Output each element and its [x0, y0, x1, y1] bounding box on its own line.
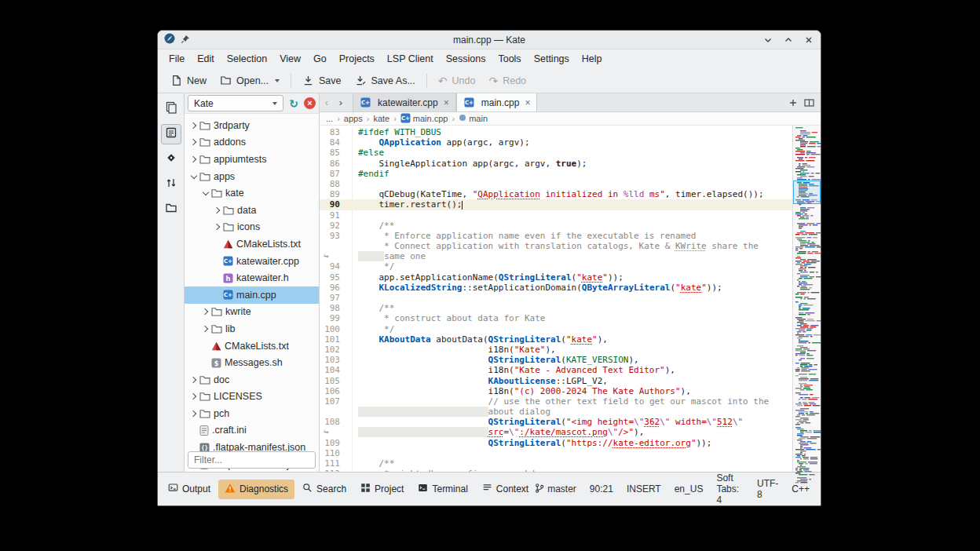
- code-line-97[interactable]: 97: [320, 293, 792, 303]
- status-c[interactable]: C++: [792, 483, 810, 494]
- code-line-107[interactable]: 107 // use the other text field to get o…: [320, 396, 792, 407]
- filesystem-toolview-button[interactable]: [161, 199, 181, 220]
- breadcrumb-apps[interactable]: apps: [344, 114, 363, 123]
- status-90-21[interactable]: 90:21: [590, 483, 613, 494]
- menu-settings[interactable]: Settings: [528, 51, 576, 67]
- code-line-111[interactable]: 111 /**: [320, 458, 792, 469]
- redo-button[interactable]: ↷Redo: [482, 71, 532, 90]
- status-soft-tabs-4[interactable]: Soft Tabs: 4: [716, 473, 744, 505]
- menu-lsp-client[interactable]: LSP Client: [381, 51, 440, 67]
- context-panel-button[interactable]: Context: [476, 480, 535, 498]
- code-line-102[interactable]: 102 i18n("Kate"),: [320, 345, 792, 355]
- documents-toolview-button[interactable]: [161, 99, 181, 119]
- menu-view[interactable]: View: [273, 51, 307, 67]
- code-line[interactable]: * Connect application with translation c…: [320, 241, 792, 251]
- tab-katewaiter-cpp[interactable]: C+katewaiter.cpp×: [353, 93, 456, 111]
- undo-button[interactable]: ↶Undo: [432, 71, 482, 90]
- code-line[interactable]: ↪ src=\":/kate/mascot.png\"/>"),: [320, 427, 792, 437]
- code-line-95[interactable]: 95 app.setApplicationName(QStringLiteral…: [320, 272, 792, 283]
- code-line-92[interactable]: 92 /**: [320, 221, 792, 231]
- close-button[interactable]: [803, 35, 814, 46]
- diagnostics-panel-button[interactable]: Diagnostics: [218, 480, 294, 499]
- save-as-button[interactable]: Save As...: [349, 71, 422, 90]
- expander-right-icon[interactable]: [188, 155, 199, 164]
- tree-item-messages-sh[interactable]: $Messages.sh: [185, 354, 319, 371]
- refresh-project-icon[interactable]: ↻: [287, 97, 301, 110]
- projects-toolview-button[interactable]: [161, 124, 181, 144]
- expander-down-icon[interactable]: [200, 188, 210, 198]
- expander-right-icon[interactable]: [188, 137, 199, 147]
- minimap-scrollbar[interactable]: [792, 126, 821, 472]
- tree-item-licenses[interactable]: LICENSES: [185, 389, 319, 406]
- close-project-icon[interactable]: ×: [304, 97, 316, 109]
- tree-item-cmakelists-txt[interactable]: CMakeLists.txt: [185, 338, 319, 355]
- tree-item-katewaiter-h[interactable]: hkatewaiter.h: [185, 269, 319, 286]
- code-line-85[interactable]: 85#else: [320, 148, 792, 158]
- menu-file[interactable]: File: [163, 51, 191, 67]
- open-button[interactable]: Open...: [214, 71, 286, 90]
- tree-item-main-cpp[interactable]: C+main.cpp: [185, 286, 319, 304]
- code-line-96[interactable]: 96 KLocalizedString::setApplicationDomai…: [320, 283, 792, 293]
- minimize-button[interactable]: [762, 35, 773, 46]
- status-utf-8[interactable]: UTF-8: [757, 478, 778, 500]
- code-line-109[interactable]: 109 QStringLiteral("https://kate-editor.…: [320, 438, 792, 448]
- expander-right-icon[interactable]: [200, 324, 210, 334]
- code-line-103[interactable]: 103 QStringLiteral(KATE_VERSION),: [320, 355, 792, 365]
- minimap-viewport[interactable]: [793, 181, 821, 204]
- code-line-91[interactable]: 91: [320, 210, 792, 221]
- expander-right-icon[interactable]: [212, 206, 222, 215]
- code-line-88[interactable]: 88: [320, 179, 792, 189]
- tree-item-apps[interactable]: apps: [185, 168, 319, 185]
- code-line-83[interactable]: 83#ifdef WITH_DBUS: [320, 127, 792, 137]
- breadcrumb-kate[interactable]: kate: [373, 114, 389, 123]
- tree-item-data[interactable]: data: [185, 202, 319, 219]
- code-line[interactable]: ↪ same one: [320, 251, 792, 261]
- symbols-toolview-button[interactable]: [161, 174, 181, 195]
- expander-right-icon[interactable]: [188, 392, 199, 401]
- code-line-99[interactable]: 99 * construct about data for Kate: [320, 313, 792, 323]
- code-line-108[interactable]: 108 QStringLiteral("<img height=\"362\" …: [320, 417, 792, 427]
- expander-down-icon[interactable]: [188, 172, 199, 181]
- menu-help[interactable]: Help: [576, 51, 609, 67]
- tree-item-icons[interactable]: icons: [185, 219, 319, 236]
- status-en-us[interactable]: en_US: [675, 483, 704, 494]
- expander-right-icon[interactable]: [188, 121, 199, 130]
- new-button[interactable]: New: [164, 71, 213, 90]
- breadcrumb-main[interactable]: main: [459, 114, 488, 123]
- project-filter-input[interactable]: [188, 451, 316, 469]
- tab-next-button[interactable]: ›: [334, 93, 348, 111]
- expander-right-icon[interactable]: [200, 307, 210, 316]
- menu-tools[interactable]: Tools: [492, 51, 527, 67]
- code-line-98[interactable]: 98 /**: [320, 303, 792, 313]
- menu-go[interactable]: Go: [307, 51, 333, 67]
- project-panel-button[interactable]: Project: [354, 480, 410, 498]
- code-line-105[interactable]: 105 KAboutLicense::LGPL_V2,: [320, 376, 792, 386]
- titlebar[interactable]: main.cpp — Kate: [158, 31, 821, 49]
- code-line-110[interactable]: 110: [320, 448, 792, 458]
- tree-item-pch[interactable]: pch: [185, 405, 319, 422]
- code-line-100[interactable]: 100 */: [320, 324, 792, 334]
- menu-selection[interactable]: Selection: [221, 51, 273, 67]
- git-toolview-button[interactable]: [161, 149, 181, 170]
- code-line-94[interactable]: 94 */: [320, 261, 792, 272]
- expander-right-icon[interactable]: [188, 375, 199, 385]
- tree-item-kate[interactable]: kate: [185, 184, 319, 202]
- tab-main-cpp[interactable]: C+main.cpp×: [456, 93, 538, 111]
- tree-item-appiumtests[interactable]: appiumtests: [185, 151, 319, 168]
- tree-item-doc[interactable]: doc: [185, 371, 319, 389]
- tree-item-craft-ini[interactable]: .craft.ini: [185, 422, 319, 440]
- search-panel-button[interactable]: Search: [296, 480, 353, 498]
- code-line-84[interactable]: 84 QApplication app(argc, argv);: [320, 137, 792, 148]
- maximize-button[interactable]: [783, 35, 794, 46]
- close-tab-icon[interactable]: ×: [442, 97, 449, 108]
- code-line-112[interactable]: 112 * right dbus prefix == org.kde.: [320, 469, 792, 472]
- save-button[interactable]: Save: [296, 71, 348, 90]
- status-insert[interactable]: INSERT: [627, 483, 661, 494]
- tree-item-katewaiter-cpp[interactable]: C+katewaiter.cpp: [185, 253, 319, 270]
- tree-item-kwrite[interactable]: kwrite: [185, 304, 319, 321]
- output-panel-button[interactable]: Output: [162, 480, 217, 498]
- status-master[interactable]: master: [535, 483, 576, 496]
- code-line-106[interactable]: 106 i18n("(c) 2000-2024 The Kate Authors…: [320, 386, 792, 396]
- split-view-button[interactable]: [804, 98, 814, 108]
- expander-right-icon[interactable]: [212, 222, 222, 232]
